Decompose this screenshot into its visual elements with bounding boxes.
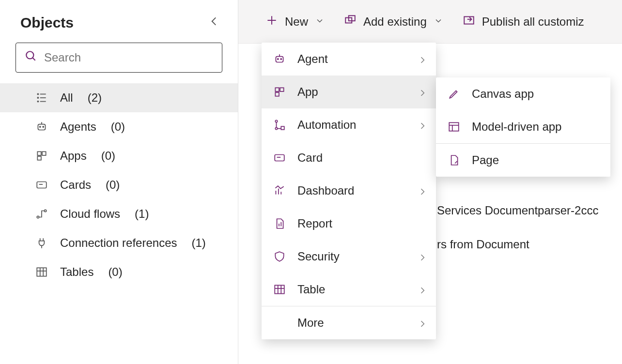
sidebar-item-connection-references[interactable]: Connection references (1) (0, 228, 238, 258)
menu-item-security[interactable]: Security (262, 240, 436, 273)
sidebar-item-count: (0) (111, 120, 125, 134)
table-icon (35, 266, 48, 278)
submenu-item-label: Page (472, 153, 499, 167)
svg-rect-36 (275, 92, 279, 96)
sidebar-item-label: Apps (60, 149, 87, 163)
publish-button[interactable]: Publish all customiz (463, 14, 584, 30)
svg-point-18 (44, 210, 46, 212)
svg-rect-35 (280, 88, 284, 91)
svg-point-7 (37, 101, 38, 102)
pen-icon (447, 88, 461, 100)
svg-rect-51 (449, 122, 459, 131)
menu-item-agent[interactable]: Agent (262, 43, 436, 76)
svg-point-32 (280, 59, 281, 60)
sidebar-item-count: (1) (191, 236, 205, 250)
svg-rect-14 (37, 156, 41, 160)
svg-point-37 (275, 120, 277, 122)
plus-icon (265, 14, 278, 30)
sidebar-item-apps[interactable]: Apps (0) (0, 141, 238, 170)
publish-icon (463, 14, 475, 30)
chevron-right-icon (418, 186, 427, 196)
command-bar: New Add existing Publish all customiz (238, 0, 622, 44)
menu-item-label: Agent (297, 52, 328, 66)
chevron-right-icon (418, 318, 427, 328)
collapse-sidebar-button[interactable] (208, 15, 220, 30)
svg-rect-28 (464, 16, 474, 24)
new-menu: Agent App Automation Card Dashboard Repo… (262, 43, 436, 339)
new-button-label: New (285, 15, 308, 29)
sidebar-item-label: Agents (60, 120, 96, 134)
card-icon (272, 152, 287, 164)
svg-rect-47 (275, 285, 284, 293)
model-driven-icon (447, 121, 461, 133)
sidebar-item-agents[interactable]: Agents (0) (0, 112, 238, 141)
card-icon (35, 179, 48, 191)
submenu-item-model-driven-app[interactable]: Model-driven app (436, 110, 610, 143)
menu-item-label: More (297, 316, 324, 330)
menu-item-label: Table (297, 283, 325, 296)
svg-point-0 (26, 51, 33, 59)
list-icon (35, 91, 48, 104)
blank-icon (272, 317, 287, 329)
chevron-right-icon (418, 120, 427, 130)
svg-point-9 (40, 126, 41, 127)
svg-rect-20 (37, 268, 47, 276)
shield-icon (272, 250, 287, 263)
svg-point-10 (43, 126, 44, 127)
svg-rect-39 (281, 126, 284, 130)
menu-item-dashboard[interactable]: Dashboard (262, 174, 436, 207)
sidebar-item-count: (0) (108, 265, 122, 279)
svg-rect-12 (37, 152, 41, 155)
svg-rect-15 (37, 182, 47, 188)
search-input[interactable] (44, 51, 213, 64)
sidebar-item-label: Cloud flows (60, 207, 120, 221)
chevron-down-icon (315, 15, 325, 29)
submenu-item-canvas-app[interactable]: Canvas app (436, 77, 610, 110)
sidebar-item-all[interactable]: All (2) (0, 83, 238, 112)
automation-icon (272, 119, 287, 131)
menu-item-automation[interactable]: Automation (262, 108, 436, 141)
publish-label: Publish all customiz (482, 15, 584, 29)
menu-item-label: Automation (297, 118, 356, 132)
objects-sidebar: Objects All (2) Agents (0) (0, 0, 238, 364)
svg-rect-30 (276, 57, 283, 62)
menu-item-app[interactable]: App (262, 76, 436, 108)
submenu-item-label: Model-driven app (472, 120, 561, 134)
report-icon (272, 217, 287, 230)
app-submenu: Canvas app Model-driven app Page (436, 77, 610, 177)
menu-item-card[interactable]: Card (262, 141, 436, 174)
table-icon (272, 283, 287, 296)
sidebar-title: Objects (20, 15, 74, 31)
svg-point-31 (278, 59, 279, 60)
apps-icon (35, 150, 48, 162)
chevron-right-icon (418, 252, 427, 261)
menu-item-label: Dashboard (297, 184, 354, 197)
add-existing-icon (344, 14, 357, 30)
plug-icon (35, 237, 48, 249)
menu-item-more[interactable]: More (262, 306, 436, 339)
add-existing-button[interactable]: Add existing (344, 14, 443, 30)
sidebar-item-label: Cards (60, 178, 91, 192)
sidebar-item-cards[interactable]: Cards (0) (0, 170, 238, 199)
sidebar-item-count: (0) (106, 178, 120, 192)
sidebar-item-tables[interactable]: Tables (0) (0, 258, 238, 287)
page-icon (447, 154, 461, 167)
agent-icon (35, 121, 48, 133)
list-row[interactable]: Services Documentparser-2ccc (437, 194, 622, 228)
search-input-wrapper[interactable] (16, 43, 222, 73)
new-button[interactable]: New (265, 14, 325, 30)
submenu-item-page[interactable]: Page (436, 144, 610, 177)
search-icon (25, 50, 37, 65)
list-row[interactable]: rs from Document (437, 228, 622, 261)
sidebar-item-label: All (60, 91, 73, 105)
menu-item-label: Security (297, 250, 340, 263)
svg-point-38 (275, 127, 277, 129)
svg-point-5 (37, 93, 38, 94)
submenu-item-label: Canvas app (472, 87, 534, 101)
sidebar-item-cloud-flows[interactable]: Cloud flows (1) (0, 199, 238, 228)
menu-item-table[interactable]: Table (262, 273, 436, 306)
menu-item-report[interactable]: Report (262, 207, 436, 240)
chevron-right-icon (418, 285, 427, 294)
svg-point-17 (37, 216, 39, 218)
sidebar-item-label: Tables (60, 265, 93, 279)
